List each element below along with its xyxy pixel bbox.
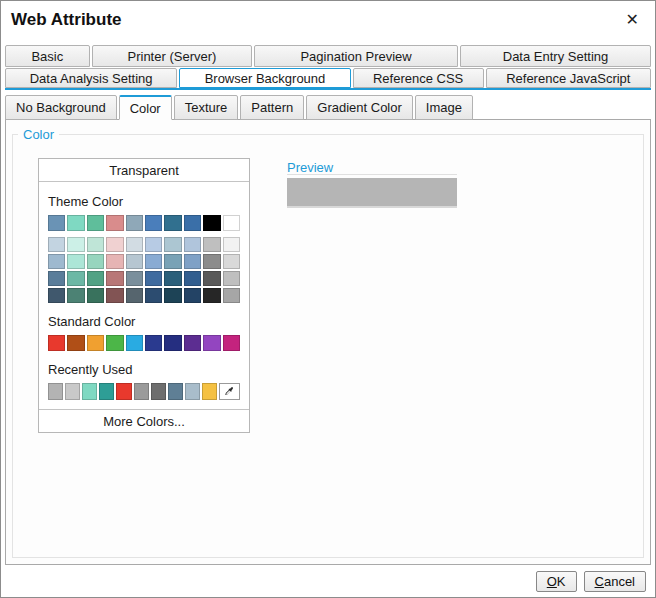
color-swatch[interactable] [126, 271, 143, 286]
eyedropper-button[interactable] [219, 383, 240, 400]
color-swatch[interactable] [184, 271, 201, 286]
color-swatch[interactable] [106, 237, 123, 252]
color-swatch[interactable] [48, 215, 65, 231]
color-swatch[interactable] [48, 237, 65, 252]
color-swatch[interactable] [145, 237, 162, 252]
color-swatch[interactable] [145, 254, 162, 269]
theme-variant-grid [48, 237, 240, 303]
color-swatch[interactable] [223, 335, 240, 351]
color-swatch[interactable] [223, 237, 240, 252]
color-swatch[interactable] [67, 254, 84, 269]
color-swatch[interactable] [87, 271, 104, 286]
color-swatch[interactable] [82, 383, 97, 400]
color-swatch[interactable] [168, 383, 183, 400]
cancel-button[interactable]: Cancel [584, 571, 646, 592]
color-swatch[interactable] [223, 271, 240, 286]
color-swatch[interactable] [203, 254, 220, 269]
color-swatch[interactable] [67, 288, 84, 303]
close-icon[interactable]: ✕ [624, 10, 641, 30]
tab-reference-javascript[interactable]: Reference JavaScript [486, 68, 651, 88]
color-swatch[interactable] [184, 215, 201, 231]
color-swatch[interactable] [164, 271, 181, 286]
color-swatch[interactable] [184, 254, 201, 269]
color-swatch[interactable] [106, 215, 123, 231]
color-swatch[interactable] [164, 288, 181, 303]
transparent-button[interactable]: Transparent [39, 159, 249, 182]
color-swatch[interactable] [145, 215, 162, 231]
background-subtabs: No Background Color Texture Pattern Grad… [1, 95, 655, 120]
color-swatch[interactable] [134, 383, 149, 400]
subtab-pattern[interactable]: Pattern [240, 95, 304, 120]
color-group-legend: Color [18, 127, 59, 142]
color-swatch[interactable] [223, 288, 240, 303]
subtab-color[interactable]: Color [119, 95, 172, 120]
ok-button[interactable]: OK [536, 571, 577, 592]
color-swatch[interactable] [48, 254, 65, 269]
color-swatch[interactable] [184, 288, 201, 303]
color-swatch[interactable] [145, 288, 162, 303]
color-tab-panel: Color Transparent Theme Color Standard C… [5, 119, 651, 565]
subtab-image[interactable]: Image [415, 95, 473, 120]
tab-printer-server[interactable]: Printer (Server) [92, 45, 253, 67]
tab-basic[interactable]: Basic [5, 45, 90, 67]
standard-color-label: Standard Color [48, 314, 240, 329]
color-swatch[interactable] [65, 383, 80, 400]
subtab-gradient-color[interactable]: Gradient Color [306, 95, 413, 120]
tab-reference-css[interactable]: Reference CSS [353, 68, 484, 88]
web-attribute-dialog: Web Attribute ✕ Basic Printer (Server) P… [0, 0, 656, 598]
color-swatch[interactable] [48, 271, 65, 286]
color-swatch[interactable] [106, 335, 123, 351]
color-swatch[interactable] [48, 288, 65, 303]
color-swatch[interactable] [67, 271, 84, 286]
color-swatch[interactable] [126, 335, 143, 351]
tab-pagination-preview[interactable]: Pagination Preview [254, 45, 458, 67]
color-swatch[interactable] [67, 215, 84, 231]
color-swatch[interactable] [203, 288, 220, 303]
subtab-texture[interactable]: Texture [174, 95, 239, 120]
color-swatch[interactable] [223, 254, 240, 269]
titlebar: Web Attribute ✕ [1, 1, 655, 45]
color-swatch[interactable] [87, 237, 104, 252]
color-swatch[interactable] [99, 383, 114, 400]
color-swatch[interactable] [116, 383, 131, 400]
color-swatch[interactable] [203, 237, 220, 252]
color-swatch[interactable] [203, 271, 220, 286]
preview-legend: Preview [287, 160, 333, 175]
tab-data-analysis-setting[interactable]: Data Analysis Setting [5, 68, 177, 88]
color-swatch[interactable] [223, 215, 240, 231]
color-swatch[interactable] [87, 335, 104, 351]
tab-browser-background[interactable]: Browser Background [179, 68, 350, 88]
color-swatch[interactable] [106, 254, 123, 269]
color-swatch[interactable] [202, 383, 217, 400]
color-swatch[interactable] [164, 237, 181, 252]
color-swatch[interactable] [106, 271, 123, 286]
tab-data-entry-setting[interactable]: Data Entry Setting [460, 45, 651, 67]
color-swatch[interactable] [48, 383, 63, 400]
color-swatch[interactable] [185, 383, 200, 400]
subtab-no-background[interactable]: No Background [5, 95, 117, 120]
color-swatch[interactable] [126, 254, 143, 269]
color-swatch[interactable] [87, 288, 104, 303]
color-swatch[interactable] [67, 335, 84, 351]
color-swatch[interactable] [184, 237, 201, 252]
color-swatch[interactable] [203, 215, 220, 231]
color-swatch[interactable] [48, 335, 65, 351]
color-swatch[interactable] [164, 335, 181, 351]
recently-used-label: Recently Used [48, 362, 240, 377]
color-swatch[interactable] [145, 335, 162, 351]
color-swatch[interactable] [145, 271, 162, 286]
color-swatch[interactable] [184, 335, 201, 351]
color-swatch[interactable] [67, 237, 84, 252]
color-swatch[interactable] [126, 215, 143, 231]
color-swatch[interactable] [106, 288, 123, 303]
color-swatch[interactable] [203, 335, 220, 351]
color-swatch[interactable] [126, 288, 143, 303]
color-swatch[interactable] [164, 254, 181, 269]
color-swatch[interactable] [87, 254, 104, 269]
color-swatch[interactable] [87, 215, 104, 231]
color-swatch[interactable] [164, 215, 181, 231]
main-tabs: Basic Printer (Server) Pagination Previe… [1, 45, 655, 90]
more-colors-button[interactable]: More Colors... [39, 409, 249, 432]
color-swatch[interactable] [151, 383, 166, 400]
color-swatch[interactable] [126, 237, 143, 252]
